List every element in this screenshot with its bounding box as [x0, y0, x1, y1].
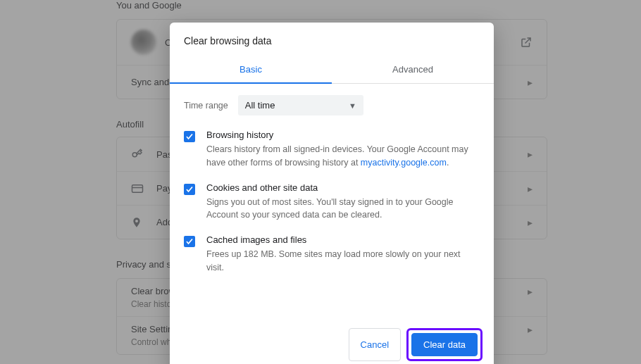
- option-desc: Clears history from all signed-in device…: [206, 143, 480, 170]
- clear-browsing-data-dialog: Clear browsing data Basic Advanced Time …: [170, 23, 494, 364]
- dialog-footer: Cancel Clear data: [170, 293, 494, 365]
- dialog-body: Time range All time ▼ Browsing history C…: [170, 84, 494, 293]
- checkbox-cookies[interactable]: [184, 184, 195, 195]
- option-title: Cached images and files: [206, 234, 480, 245]
- tab-advanced[interactable]: Advanced: [332, 56, 494, 83]
- myactivity-link[interactable]: myactivity.google.com: [361, 158, 447, 168]
- caret-down-icon: ▼: [349, 101, 356, 110]
- checkbox-cached[interactable]: [184, 236, 195, 247]
- clear-data-button[interactable]: Clear data: [411, 333, 478, 356]
- time-range-value: All time: [245, 100, 275, 111]
- option-title: Cookies and other site data: [206, 182, 480, 193]
- option-desc: Frees up 182 MB. Some sites may load mor…: [206, 248, 480, 275]
- option-cookies: Cookies and other site data Signs you ou…: [184, 182, 480, 222]
- highlight-ring: Clear data: [406, 328, 483, 361]
- dialog-title: Clear browsing data: [170, 35, 494, 56]
- time-range-label: Time range: [184, 101, 228, 111]
- option-title: Browsing history: [206, 130, 480, 140]
- dialog-tabs: Basic Advanced: [170, 56, 494, 84]
- cancel-button[interactable]: Cancel: [349, 328, 401, 361]
- time-range-select[interactable]: All time ▼: [238, 95, 363, 115]
- option-desc: Signs you out of most sites. You'll stay…: [206, 196, 480, 222]
- time-range-row: Time range All time ▼: [184, 95, 480, 115]
- tab-basic[interactable]: Basic: [170, 56, 332, 84]
- option-browsing-history: Browsing history Clears history from all…: [184, 130, 480, 170]
- option-cached: Cached images and files Frees up 182 MB.…: [184, 234, 480, 275]
- checkbox-browsing-history[interactable]: [184, 131, 195, 142]
